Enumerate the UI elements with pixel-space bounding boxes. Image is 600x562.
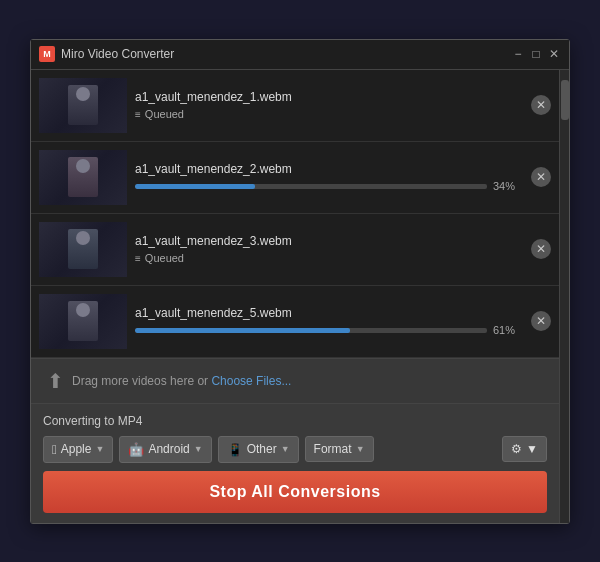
remove-button[interactable]: ✕ <box>531 95 551 115</box>
list-item: a1_vault_menendez_5.webm 61% ✕ <box>31 286 559 358</box>
scroll-thumb[interactable] <box>561 80 569 120</box>
format-label: Format <box>314 442 352 456</box>
list-item: a1_vault_menendez_1.webm ≡ Queued ✕ <box>31 70 559 142</box>
remove-button[interactable]: ✕ <box>531 239 551 259</box>
apple-dropdown-arrow: ▼ <box>95 444 104 454</box>
format-button[interactable]: Format ▼ <box>305 436 374 462</box>
video-name: a1_vault_menendez_2.webm <box>135 162 523 176</box>
status-text: Queued <box>145 252 184 264</box>
progress-text: 34% <box>493 180 523 192</box>
drop-text: Drag more videos here or Choose Files... <box>72 374 291 388</box>
video-status: ≡ Queued <box>135 108 523 120</box>
video-info: a1_vault_menendez_1.webm ≡ Queued <box>135 90 523 120</box>
progress-text: 61% <box>493 324 523 336</box>
apple-button[interactable]:  Apple ▼ <box>43 436 113 463</box>
other-icon: 📱 <box>227 442 243 457</box>
video-info: a1_vault_menendez_5.webm 61% <box>135 306 523 336</box>
android-label: Android <box>148 442 189 456</box>
progress-container: 61% <box>135 324 523 336</box>
minimize-button[interactable]: − <box>511 47 525 61</box>
format-dropdown-arrow: ▼ <box>356 444 365 454</box>
main-content: a1_vault_menendez_1.webm ≡ Queued ✕ <box>31 70 559 523</box>
video-status: ≡ Queued <box>135 252 523 264</box>
android-icon: 🤖 <box>128 442 144 457</box>
apple-icon:  <box>52 442 57 457</box>
drop-label: Drag more videos here or <box>72 374 208 388</box>
progress-bar-background <box>135 328 487 333</box>
drop-zone: ⬆ Drag more videos here or Choose Files.… <box>31 358 559 404</box>
thumbnail <box>39 78 127 133</box>
thumbnail <box>39 294 127 349</box>
settings-button[interactable]: ⚙ ▼ <box>502 436 547 462</box>
android-dropdown-arrow: ▼ <box>194 444 203 454</box>
android-button[interactable]: 🤖 Android ▼ <box>119 436 211 463</box>
content-area: a1_vault_menendez_1.webm ≡ Queued ✕ <box>31 70 569 523</box>
app-icon: M <box>39 46 55 62</box>
controls-row:  Apple ▼ 🤖 Android ▼ 📱 Other ▼ <box>43 436 547 463</box>
title-bar: M Miro Video Converter − □ ✕ <box>31 40 569 70</box>
progress-bar-fill <box>135 328 350 333</box>
remove-button[interactable]: ✕ <box>531 167 551 187</box>
choose-files-link[interactable]: Choose Files... <box>211 374 291 388</box>
thumbnail <box>39 222 127 277</box>
apple-label: Apple <box>61 442 92 456</box>
settings-dropdown-arrow: ▼ <box>526 442 538 456</box>
gear-icon: ⚙ <box>511 442 522 456</box>
stop-all-button[interactable]: Stop All Conversions <box>43 471 547 513</box>
window-title: Miro Video Converter <box>61 47 511 61</box>
status-text: Queued <box>145 108 184 120</box>
progress-bar-fill <box>135 184 255 189</box>
video-name: a1_vault_menendez_5.webm <box>135 306 523 320</box>
converting-label: Converting to MP4 <box>43 414 547 428</box>
upload-icon: ⬆ <box>47 369 64 393</box>
queue-icon: ≡ <box>135 109 141 120</box>
maximize-button[interactable]: □ <box>529 47 543 61</box>
app-window: M Miro Video Converter − □ ✕ <box>30 39 570 524</box>
video-name: a1_vault_menendez_3.webm <box>135 234 523 248</box>
bottom-area: Converting to MP4  Apple ▼ 🤖 Android ▼ <box>31 404 559 523</box>
other-button[interactable]: 📱 Other ▼ <box>218 436 299 463</box>
other-label: Other <box>247 442 277 456</box>
video-info: a1_vault_menendez_3.webm ≡ Queued <box>135 234 523 264</box>
scrollbar[interactable] <box>559 70 569 523</box>
remove-button[interactable]: ✕ <box>531 311 551 331</box>
list-item: a1_vault_menendez_3.webm ≡ Queued ✕ <box>31 214 559 286</box>
progress-container: 34% <box>135 180 523 192</box>
thumbnail <box>39 150 127 205</box>
other-dropdown-arrow: ▼ <box>281 444 290 454</box>
close-button[interactable]: ✕ <box>547 47 561 61</box>
video-list: a1_vault_menendez_1.webm ≡ Queued ✕ <box>31 70 559 358</box>
progress-bar-background <box>135 184 487 189</box>
video-name: a1_vault_menendez_1.webm <box>135 90 523 104</box>
list-item: a1_vault_menendez_2.webm 34% ✕ <box>31 142 559 214</box>
window-controls: − □ ✕ <box>511 47 561 61</box>
queue-icon: ≡ <box>135 253 141 264</box>
video-info: a1_vault_menendez_2.webm 34% <box>135 162 523 192</box>
